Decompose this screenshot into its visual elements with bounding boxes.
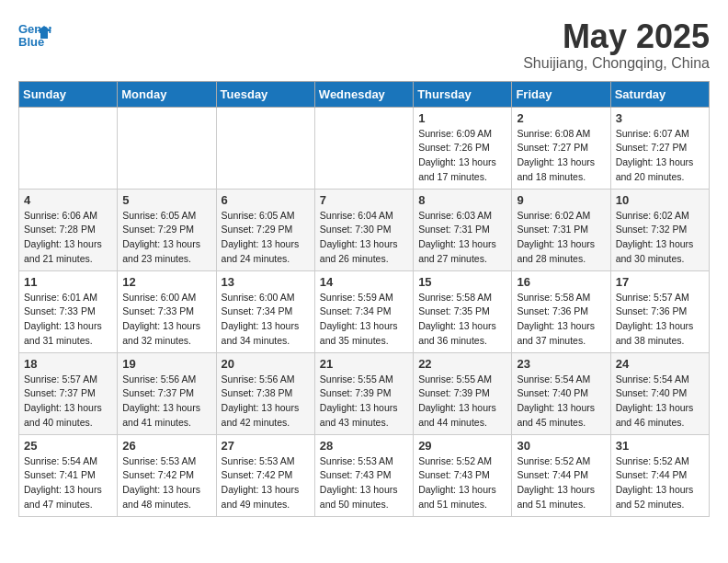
day-info: Sunrise: 5:53 AM Sunset: 7:42 PM Dayligh…	[122, 454, 210, 512]
day-cell: 9Sunrise: 6:02 AM Sunset: 7:31 PM Daylig…	[512, 189, 610, 270]
day-number: 27	[222, 439, 310, 453]
day-number: 28	[320, 439, 408, 453]
day-cell	[118, 107, 216, 189]
month-title: May 2025	[523, 18, 710, 55]
day-cell: 17Sunrise: 5:57 AM Sunset: 7:36 PM Dayli…	[610, 270, 709, 352]
day-info: Sunrise: 5:54 AM Sunset: 7:41 PM Dayligh…	[24, 454, 112, 512]
day-cell: 7Sunrise: 6:04 AM Sunset: 7:30 PM Daylig…	[314, 189, 413, 270]
day-info: Sunrise: 6:00 AM Sunset: 7:34 PM Dayligh…	[222, 291, 310, 349]
day-cell: 13Sunrise: 6:00 AM Sunset: 7:34 PM Dayli…	[216, 270, 314, 352]
day-cell: 31Sunrise: 5:52 AM Sunset: 7:44 PM Dayli…	[610, 434, 709, 516]
logo: General Blue	[18, 18, 51, 52]
day-number: 14	[320, 275, 408, 289]
day-number: 15	[418, 275, 506, 289]
day-number: 5	[122, 193, 210, 207]
day-number: 1	[418, 111, 506, 125]
day-cell: 29Sunrise: 5:52 AM Sunset: 7:43 PM Dayli…	[414, 434, 512, 516]
day-info: Sunrise: 5:55 AM Sunset: 7:39 PM Dayligh…	[418, 373, 506, 431]
day-info: Sunrise: 5:57 AM Sunset: 7:36 PM Dayligh…	[616, 291, 704, 349]
day-cell	[314, 107, 413, 189]
day-info: Sunrise: 5:59 AM Sunset: 7:34 PM Dayligh…	[320, 291, 408, 349]
day-number: 17	[616, 275, 704, 289]
day-number: 7	[320, 193, 408, 207]
day-cell: 19Sunrise: 5:56 AM Sunset: 7:37 PM Dayli…	[118, 352, 216, 434]
day-number: 4	[24, 193, 112, 207]
day-info: Sunrise: 6:05 AM Sunset: 7:29 PM Dayligh…	[122, 209, 210, 267]
day-info: Sunrise: 6:08 AM Sunset: 7:27 PM Dayligh…	[517, 127, 605, 185]
col-header-tuesday: Tuesday	[216, 81, 314, 107]
day-cell: 15Sunrise: 5:58 AM Sunset: 7:35 PM Dayli…	[414, 270, 512, 352]
day-number: 8	[418, 193, 506, 207]
day-info: Sunrise: 6:01 AM Sunset: 7:33 PM Dayligh…	[24, 291, 112, 349]
day-cell: 30Sunrise: 5:52 AM Sunset: 7:44 PM Dayli…	[512, 434, 610, 516]
day-info: Sunrise: 5:56 AM Sunset: 7:37 PM Dayligh…	[122, 373, 210, 431]
day-info: Sunrise: 5:52 AM Sunset: 7:43 PM Dayligh…	[418, 454, 506, 512]
day-info: Sunrise: 6:09 AM Sunset: 7:26 PM Dayligh…	[418, 127, 506, 185]
day-info: Sunrise: 5:58 AM Sunset: 7:35 PM Dayligh…	[418, 291, 506, 349]
week-row-2: 4Sunrise: 6:06 AM Sunset: 7:28 PM Daylig…	[19, 189, 710, 270]
day-cell: 16Sunrise: 5:58 AM Sunset: 7:36 PM Dayli…	[512, 270, 610, 352]
day-number: 21	[320, 357, 408, 371]
day-cell: 5Sunrise: 6:05 AM Sunset: 7:29 PM Daylig…	[118, 189, 216, 270]
day-info: Sunrise: 5:58 AM Sunset: 7:36 PM Dayligh…	[517, 291, 605, 349]
day-number: 25	[24, 439, 112, 453]
page-header: General Blue May 2025 Shuijiang, Chongqi…	[18, 18, 710, 72]
day-info: Sunrise: 5:54 AM Sunset: 7:40 PM Dayligh…	[616, 373, 704, 431]
location: Shuijiang, Chongqing, China	[523, 55, 710, 72]
week-row-1: 1Sunrise: 6:09 AM Sunset: 7:26 PM Daylig…	[19, 107, 710, 189]
day-cell: 18Sunrise: 5:57 AM Sunset: 7:37 PM Dayli…	[19, 352, 118, 434]
logo-icon: General Blue	[18, 18, 51, 52]
day-info: Sunrise: 6:06 AM Sunset: 7:28 PM Dayligh…	[24, 209, 112, 267]
title-area: May 2025 Shuijiang, Chongqing, China	[523, 18, 710, 72]
day-info: Sunrise: 6:04 AM Sunset: 7:30 PM Dayligh…	[320, 209, 408, 267]
day-cell: 26Sunrise: 5:53 AM Sunset: 7:42 PM Dayli…	[118, 434, 216, 516]
day-cell: 8Sunrise: 6:03 AM Sunset: 7:31 PM Daylig…	[414, 189, 512, 270]
col-header-thursday: Thursday	[414, 81, 512, 107]
day-info: Sunrise: 6:05 AM Sunset: 7:29 PM Dayligh…	[222, 209, 310, 267]
day-cell: 21Sunrise: 5:55 AM Sunset: 7:39 PM Dayli…	[314, 352, 413, 434]
day-number: 24	[616, 357, 704, 371]
day-info: Sunrise: 5:53 AM Sunset: 7:43 PM Dayligh…	[320, 454, 408, 512]
day-info: Sunrise: 6:02 AM Sunset: 7:32 PM Dayligh…	[616, 209, 704, 267]
day-number: 29	[418, 439, 506, 453]
day-number: 10	[616, 193, 704, 207]
day-number: 16	[517, 275, 605, 289]
day-number: 11	[24, 275, 112, 289]
day-info: Sunrise: 6:03 AM Sunset: 7:31 PM Dayligh…	[418, 209, 506, 267]
day-info: Sunrise: 6:02 AM Sunset: 7:31 PM Dayligh…	[517, 209, 605, 267]
day-info: Sunrise: 5:57 AM Sunset: 7:37 PM Dayligh…	[24, 373, 112, 431]
day-number: 3	[616, 111, 704, 125]
day-number: 13	[222, 275, 310, 289]
day-info: Sunrise: 5:55 AM Sunset: 7:39 PM Dayligh…	[320, 373, 408, 431]
header-row: SundayMondayTuesdayWednesdayThursdayFrid…	[19, 81, 710, 107]
day-cell: 6Sunrise: 6:05 AM Sunset: 7:29 PM Daylig…	[216, 189, 314, 270]
day-number: 6	[222, 193, 310, 207]
day-cell: 22Sunrise: 5:55 AM Sunset: 7:39 PM Dayli…	[414, 352, 512, 434]
day-number: 9	[517, 193, 605, 207]
day-number: 26	[122, 439, 210, 453]
day-cell	[19, 107, 118, 189]
day-cell: 2Sunrise: 6:08 AM Sunset: 7:27 PM Daylig…	[512, 107, 610, 189]
week-row-3: 11Sunrise: 6:01 AM Sunset: 7:33 PM Dayli…	[19, 270, 710, 352]
day-info: Sunrise: 5:53 AM Sunset: 7:42 PM Dayligh…	[222, 454, 310, 512]
day-number: 20	[222, 357, 310, 371]
day-number: 22	[418, 357, 506, 371]
day-info: Sunrise: 6:07 AM Sunset: 7:27 PM Dayligh…	[616, 127, 704, 185]
col-header-saturday: Saturday	[610, 81, 709, 107]
calendar-table: SundayMondayTuesdayWednesdayThursdayFrid…	[18, 81, 710, 517]
day-number: 2	[517, 111, 605, 125]
day-cell: 28Sunrise: 5:53 AM Sunset: 7:43 PM Dayli…	[314, 434, 413, 516]
day-cell	[216, 107, 314, 189]
col-header-monday: Monday	[118, 81, 216, 107]
day-number: 12	[122, 275, 210, 289]
day-info: Sunrise: 5:52 AM Sunset: 7:44 PM Dayligh…	[616, 454, 704, 512]
day-info: Sunrise: 5:52 AM Sunset: 7:44 PM Dayligh…	[517, 454, 605, 512]
day-cell: 27Sunrise: 5:53 AM Sunset: 7:42 PM Dayli…	[216, 434, 314, 516]
day-number: 30	[517, 439, 605, 453]
col-header-sunday: Sunday	[19, 81, 118, 107]
col-header-friday: Friday	[512, 81, 610, 107]
week-row-4: 18Sunrise: 5:57 AM Sunset: 7:37 PM Dayli…	[19, 352, 710, 434]
day-cell: 11Sunrise: 6:01 AM Sunset: 7:33 PM Dayli…	[19, 270, 118, 352]
day-cell: 3Sunrise: 6:07 AM Sunset: 7:27 PM Daylig…	[610, 107, 709, 189]
day-info: Sunrise: 5:54 AM Sunset: 7:40 PM Dayligh…	[517, 373, 605, 431]
